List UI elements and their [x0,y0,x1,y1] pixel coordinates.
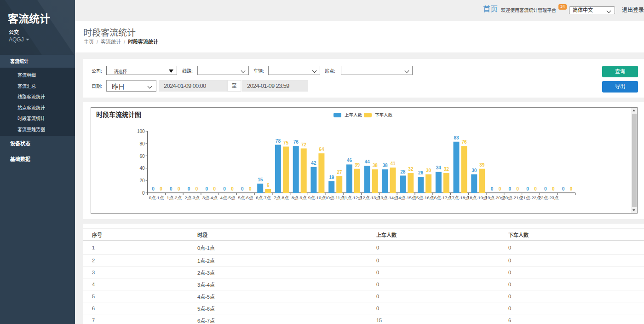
svg-text:40: 40 [139,166,145,171]
svg-text:0: 0 [552,186,555,191]
svg-text:0: 0 [491,186,494,191]
svg-text:0: 0 [509,186,512,191]
svg-text:17点-18点: 17点-18点 [449,195,470,200]
svg-text:28: 28 [400,169,406,174]
svg-text:13点-14点: 13点-14点 [378,195,398,200]
svg-text:80: 80 [139,141,145,146]
svg-text:26: 26 [418,170,424,175]
svg-text:0: 0 [241,186,244,191]
svg-text:0: 0 [152,186,155,191]
svg-text:10点-11点: 10点-11点 [325,195,345,200]
svg-text:0: 0 [231,186,234,191]
svg-text:12点-13点: 12点-13点 [360,195,380,200]
svg-text:0: 0 [142,191,145,196]
svg-text:20: 20 [139,178,145,183]
svg-text:32: 32 [444,167,449,172]
svg-text:0: 0 [213,186,216,191]
svg-text:27: 27 [337,170,342,175]
svg-text:11点-12点: 11点-12点 [343,195,362,200]
svg-text:6: 6 [267,183,270,188]
svg-text:2点-3点: 2点-3点 [184,195,200,200]
svg-text:0: 0 [570,186,573,191]
svg-text:30: 30 [426,168,431,173]
svg-text:100: 100 [137,129,145,134]
svg-text:41: 41 [390,161,396,166]
svg-text:0: 0 [249,186,252,191]
svg-text:46: 46 [347,158,352,163]
svg-text:76: 76 [293,139,299,145]
svg-text:0: 0 [499,186,501,191]
svg-text:0: 0 [223,186,226,191]
svg-text:4点-5点: 4点-5点 [220,195,236,200]
svg-text:3点-4点: 3点-4点 [202,195,218,200]
svg-text:42: 42 [311,161,316,166]
svg-text:0: 0 [534,186,537,191]
svg-text:0点-1点: 0点-1点 [149,195,164,200]
svg-text:34: 34 [436,165,442,170]
svg-text:32: 32 [408,167,414,172]
svg-text:60: 60 [139,154,145,159]
svg-text:18点-19点: 18点-19点 [467,195,488,200]
svg-text:7点-8点: 7点-8点 [274,195,289,200]
svg-text:0: 0 [517,186,519,191]
svg-text:0: 0 [526,186,529,191]
svg-text:5点-6点: 5点-6点 [238,195,253,200]
svg-text:8点-9点: 8点-9点 [292,195,307,200]
svg-text:0: 0 [562,186,565,191]
svg-text:19点-20点: 19点-20点 [485,195,506,200]
svg-text:0: 0 [206,186,208,191]
svg-text:44: 44 [365,159,370,164]
svg-text:39: 39 [355,162,360,168]
svg-text:15: 15 [258,177,263,182]
svg-text:72: 72 [301,142,307,147]
svg-text:20点-21点: 20点-21点 [503,195,523,200]
svg-text:38: 38 [382,163,388,168]
svg-text:75: 75 [283,140,289,145]
svg-text:15点-16点: 15点-16点 [414,195,434,200]
svg-text:21点-22点: 21点-22点 [521,195,541,200]
svg-text:0: 0 [544,186,547,191]
svg-text:0: 0 [188,186,190,191]
svg-text:64: 64 [319,147,324,152]
svg-text:0: 0 [170,186,172,191]
svg-text:16点-17点: 16点-17点 [431,195,452,200]
svg-text:9点-10点: 9点-10点 [308,195,326,200]
svg-text:76: 76 [461,139,467,145]
svg-text:6点-7点: 6点-7点 [256,195,271,200]
svg-text:39: 39 [479,162,485,168]
svg-text:19: 19 [329,175,334,180]
svg-text:38: 38 [373,163,378,168]
svg-text:0: 0 [196,186,198,191]
svg-text:14点-15点: 14点-15点 [396,195,416,200]
svg-text:78: 78 [276,139,281,144]
svg-text:0: 0 [160,186,162,191]
svg-text:22点-23点: 22点-23点 [539,195,559,200]
svg-text:83: 83 [454,135,459,140]
svg-text:30: 30 [472,168,477,173]
svg-text:1点-2点: 1点-2点 [167,195,182,200]
svg-text:0: 0 [178,186,180,191]
